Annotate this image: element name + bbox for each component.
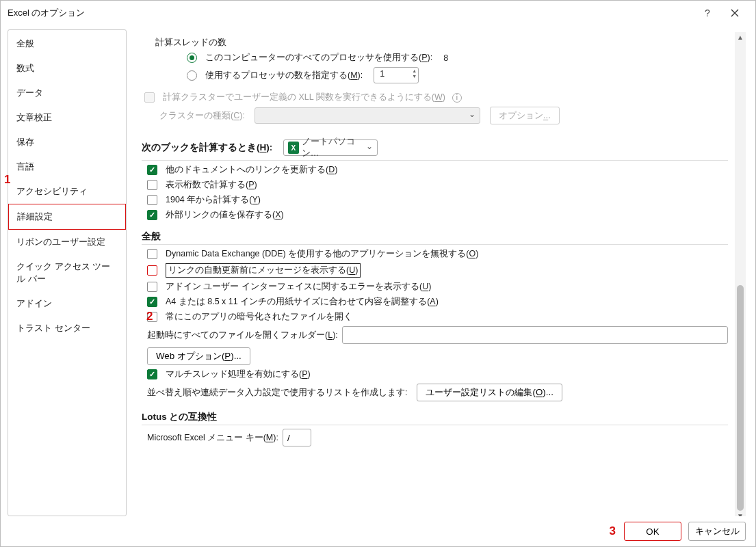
custom-list-button[interactable]: ユーザー設定リストの編集(O)... bbox=[417, 384, 562, 401]
sidebar: 全般 数式 データ 文章校正 保存 言語 アクセシビリティ 詳細設定 リボンのユ… bbox=[8, 29, 127, 516]
chk-save-external[interactable] bbox=[147, 210, 157, 220]
close-button[interactable] bbox=[721, 3, 748, 23]
chk-addin-errors[interactable] bbox=[147, 282, 157, 292]
chk-a4[interactable] bbox=[147, 297, 157, 307]
ok-button[interactable]: OK bbox=[624, 522, 681, 541]
workbook-select[interactable]: X ノートパソコン… bbox=[283, 139, 378, 156]
cluster-type-label: クラスターの種類(C): bbox=[159, 110, 245, 122]
sidebar-item-qat[interactable]: クイック アクセス ツール バー bbox=[8, 254, 126, 291]
sidebar-item-advanced[interactable]: 詳細設定 bbox=[8, 204, 126, 230]
sidebar-item-ribbon[interactable]: リボンのユーザー設定 bbox=[8, 230, 126, 254]
general-heading: 全般 bbox=[142, 230, 728, 243]
chk-encrypted-label: 常にこのアプリの暗号化されたファイルを開く bbox=[166, 311, 352, 323]
scroll-down-icon[interactable]: ▼ bbox=[735, 511, 746, 516]
chk-link-update-msg-label: リンクの自動更新前にメッセージを表示する(U) bbox=[166, 263, 361, 278]
lotus-heading: Lotus との互換性 bbox=[142, 411, 728, 423]
help-button[interactable]: ? bbox=[694, 3, 721, 23]
vertical-scrollbar[interactable]: ▲ ▼ bbox=[735, 32, 746, 516]
chk-link-update-msg[interactable] bbox=[147, 265, 157, 276]
manual-processor-input[interactable]: 1 ▲▼ bbox=[374, 67, 419, 83]
chk-multithread-label: マルチスレッド処理を有効にする(P) bbox=[166, 369, 311, 380]
annotation-3: 3 bbox=[610, 524, 616, 538]
radio-manual-label: 使用するプロセッサの数を指定する(M): bbox=[205, 70, 363, 81]
threads-heading: 計算スレッドの数 bbox=[155, 37, 728, 49]
startup-folder-input[interactable] bbox=[342, 326, 728, 344]
content-panel: 2 計算スレッドの数 このコンピューターのすべてのプロセッサを使用する(P): … bbox=[135, 29, 748, 516]
sidebar-item-addins[interactable]: アドイン bbox=[8, 291, 126, 316]
annotation-2: 2 bbox=[146, 310, 153, 323]
sidebar-item-language[interactable]: 言語 bbox=[8, 155, 126, 179]
web-options-button[interactable]: Web オプション(P)... bbox=[147, 347, 250, 365]
sidebar-item-proofing[interactable]: 文章校正 bbox=[8, 105, 126, 130]
info-icon[interactable]: i bbox=[452, 93, 462, 103]
scroll-up-icon[interactable]: ▲ bbox=[735, 32, 746, 43]
chk-precision[interactable] bbox=[147, 180, 157, 190]
chk-addin-errors-label: アドイン ユーザー インターフェイスに関するエラーを表示する(U) bbox=[166, 281, 431, 293]
titlebar: Excel のオプション ? bbox=[1, 1, 755, 25]
sidebar-item-accessibility[interactable]: アクセシビリティ bbox=[8, 179, 126, 204]
cancel-button[interactable]: キャンセル bbox=[688, 522, 746, 541]
custom-list-label: 並べ替え順や連続データ入力設定で使用するリストを作成します: bbox=[147, 387, 407, 399]
calc-section-header: 次のブックを計算するとき(H): X ノートパソコン… bbox=[142, 139, 728, 156]
processor-count: 8 bbox=[443, 53, 448, 63]
chk-dde[interactable] bbox=[147, 249, 157, 259]
chk-multithread[interactable] bbox=[147, 369, 157, 379]
chk-precision-label: 表示桁数で計算する(P) bbox=[166, 179, 257, 191]
chk-update-links[interactable] bbox=[147, 165, 157, 175]
cluster-checkbox bbox=[144, 92, 155, 103]
lotus-menu-input[interactable] bbox=[283, 429, 311, 446]
sidebar-item-formulas[interactable]: 数式 bbox=[8, 56, 126, 81]
radio-manual-processors[interactable] bbox=[187, 70, 197, 81]
chk-1904-label: 1904 年から計算する(Y) bbox=[166, 194, 261, 206]
excel-icon: X bbox=[288, 142, 298, 154]
sidebar-item-save[interactable]: 保存 bbox=[8, 130, 126, 155]
sidebar-item-general[interactable]: 全般 bbox=[8, 31, 126, 56]
window-title: Excel のオプション bbox=[8, 7, 694, 19]
chk-update-links-label: 他のドキュメントへのリンクを更新する(D) bbox=[166, 164, 337, 176]
dialog-footer: 3 OK キャンセル bbox=[1, 516, 755, 546]
cluster-label: 計算クラスターでユーザー定義の XLL 関数を実行できるようにする(W) bbox=[163, 92, 445, 103]
cluster-options-button: オプション... bbox=[490, 107, 560, 124]
cluster-type-select bbox=[255, 107, 480, 124]
sidebar-item-data[interactable]: データ bbox=[8, 81, 126, 105]
chk-1904[interactable] bbox=[147, 195, 157, 205]
radio-all-label: このコンピューターのすべてのプロセッサを使用する(P): bbox=[205, 52, 432, 64]
annotation-1: 1 bbox=[4, 173, 10, 187]
chk-save-external-label: 外部リンクの値を保存する(X) bbox=[166, 209, 284, 221]
scrollbar-thumb[interactable] bbox=[737, 285, 744, 511]
startup-folder-label: 起動時にすべてのファイルを開くフォルダー(L): bbox=[147, 330, 338, 341]
lotus-menu-label: Microsoft Excel メニュー キー(M): bbox=[147, 432, 278, 444]
sidebar-item-trust[interactable]: トラスト センター bbox=[8, 316, 126, 341]
radio-all-processors[interactable] bbox=[187, 53, 197, 63]
close-icon bbox=[731, 9, 739, 17]
chk-a4-label: A4 または 8.5 x 11 インチの用紙サイズに合わせて内容を調整する(A) bbox=[166, 296, 439, 308]
chk-dde-label: Dynamic Data Exchange (DDE) を使用する他のアプリケー… bbox=[166, 248, 478, 260]
